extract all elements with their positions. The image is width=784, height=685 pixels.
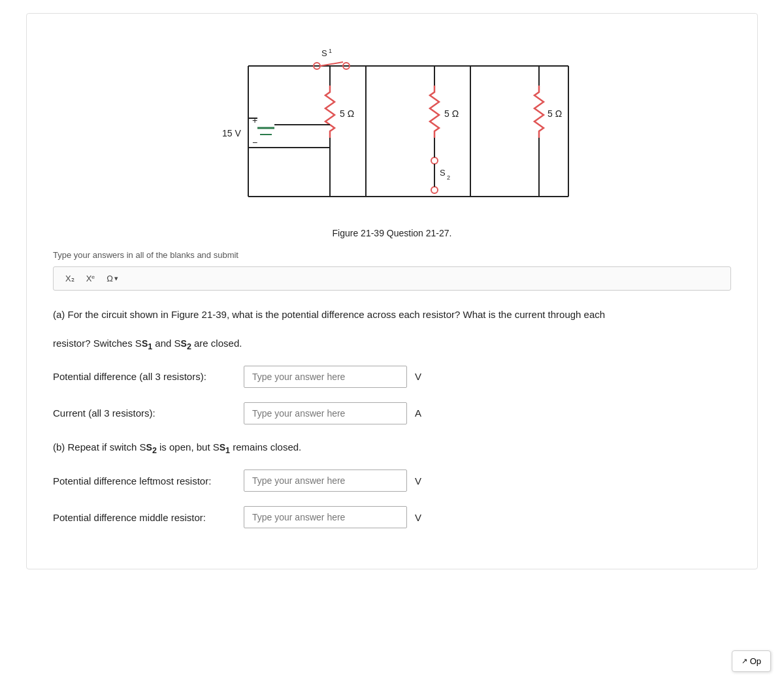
svg-text:1: 1 [329, 48, 332, 54]
part-a-section: (a) For the circuit shown in Figure 21-3… [53, 306, 731, 424]
page-container: + − 15 V S 1 5 Ω 5 Ω [26, 13, 758, 569]
part-b-q1-row: Potential difference leftmost resistor: … [53, 470, 731, 492]
svg-text:−: − [252, 137, 257, 148]
subscript-button[interactable]: X₂ [63, 272, 77, 285]
part-b-q1-unit: V [415, 475, 421, 486]
part-a-q1-label: Potential difference (all 3 resistors): [53, 371, 236, 382]
caption-normal: Question 21-27. [387, 228, 452, 238]
instructions-text: Type your answers in all of the blanks a… [53, 250, 731, 260]
svg-text:S: S [321, 48, 327, 58]
part-a-q1-input[interactable] [244, 366, 407, 388]
part-a-line2-pre: resistor? Switches S [53, 338, 142, 349]
part-a-q1-row: Potential difference (all 3 resistors): … [53, 366, 731, 388]
svg-text:5 Ω: 5 Ω [340, 108, 354, 119]
op-button[interactable]: ↗ Op [732, 650, 771, 672]
svg-text:2: 2 [447, 174, 450, 181]
part-a-q2-row: Current (all 3 resistors): A [53, 402, 731, 424]
part-a-line2: resistor? Switches SS1 and SS2 are close… [53, 335, 731, 354]
part-b-q2-label: Potential difference middle resistor: [53, 512, 236, 523]
svg-point-18 [431, 157, 438, 164]
svg-text:S: S [440, 168, 446, 178]
part-b-q2-row: Potential difference middle resistor: V [53, 506, 731, 528]
part-a-q2-unit: A [415, 407, 421, 419]
svg-point-19 [431, 187, 438, 193]
part-a-q2-label: Current (all 3 resistors): [53, 407, 236, 419]
svg-text:+: + [252, 115, 257, 125]
omega-button[interactable]: Ω ▾ [104, 272, 121, 285]
part-b-q1-label: Potential difference leftmost resistor: [53, 475, 236, 486]
part-b-section: (b) Repeat if switch SS2 is open, but SS… [53, 439, 731, 528]
circuit-diagram: + − 15 V S 1 5 Ω 5 Ω [189, 33, 595, 223]
caption-bold: Figure 21-39 [333, 228, 384, 238]
part-b-q1-input[interactable] [244, 470, 407, 492]
svg-text:5 Ω: 5 Ω [444, 108, 459, 119]
editor-toolbar: X₂ Xᵉ Ω ▾ [53, 266, 731, 291]
svg-text:5 Ω: 5 Ω [547, 108, 562, 119]
part-b-q2-input[interactable] [244, 506, 407, 528]
part-b-q2-unit: V [415, 512, 421, 523]
svg-text:15 V: 15 V [222, 128, 241, 138]
part-b-title: (b) Repeat if switch SS2 is open, but SS… [53, 439, 731, 458]
figure-caption: Figure 21-39 Question 21-27. [333, 228, 452, 238]
part-a-line1: (a) For the circuit shown in Figure 21-3… [53, 306, 731, 323]
figure-container: + − 15 V S 1 5 Ω 5 Ω [53, 33, 731, 238]
part-a-q1-unit: V [415, 371, 421, 382]
part-a-q2-input[interactable] [244, 402, 407, 424]
superscript-button[interactable]: Xᵉ [84, 272, 98, 285]
